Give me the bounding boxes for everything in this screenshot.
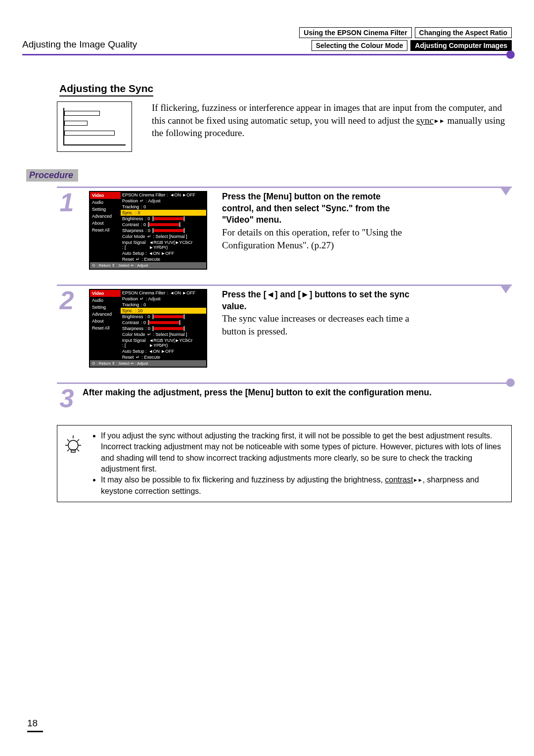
svg-line-8 — [77, 449, 79, 451]
glossary-icon: ▸▸ — [434, 115, 445, 126]
header-rule — [22, 54, 512, 55]
step-1-instruction: Press the [Menu] button on the remote co… — [222, 191, 410, 226]
intro-text: If flickering, fuzziness or interference… — [152, 101, 512, 140]
tip-box: If you adjust the sync without adjusting… — [57, 425, 512, 502]
step-1-number: 1 — [57, 191, 77, 214]
section-title: Adjusting the Sync — [59, 83, 153, 96]
glossary-contrast[interactable]: contrast — [385, 475, 413, 484]
left-arrow-icon: ◄ — [266, 289, 274, 299]
tab-box: Using the EPSON Cinema Filter Changing t… — [299, 27, 512, 51]
tab-aspect-ratio[interactable]: Changing the Aspect Ratio — [415, 27, 512, 38]
tip-bulb-icon — [61, 430, 85, 497]
tab-colour-mode[interactable]: Selecting the Colour Mode — [312, 40, 408, 51]
svg-line-6 — [77, 439, 79, 441]
menu-screenshot-1: Video Audio Setting Advanced About Reset… — [89, 191, 207, 270]
step-2-detail: The sync value increases or decreases ea… — [222, 312, 410, 337]
right-arrow-icon: ► — [301, 289, 309, 299]
step-1: 1 Video Audio Setting Advanced About Res… — [57, 187, 512, 270]
sync-diagram — [57, 101, 132, 152]
svg-line-7 — [67, 449, 69, 451]
menu-screenshot-2: Video Audio Setting Advanced About Reset… — [89, 289, 207, 368]
step-2: 2 Video Audio Setting Advanced About Res… — [57, 284, 512, 368]
tip-2: It may also be possible to fix flickerin… — [101, 474, 504, 497]
glossary-sync[interactable]: sync — [416, 115, 434, 126]
tip-1: If you adjust the sync without adjusting… — [101, 430, 504, 475]
tab-computer-images[interactable]: Adjusting Computer Images — [410, 40, 512, 51]
step-1-detail: For details on this operation, refer to … — [222, 226, 410, 251]
svg-rect-1 — [71, 450, 75, 452]
step-2-instruction: Press the [◄] and [►] buttons to set the… — [222, 289, 410, 312]
svg-line-5 — [67, 439, 69, 441]
glossary-icon: ▸▸ — [413, 475, 422, 484]
step-3-number: 3 — [57, 387, 77, 410]
step-3: 3 After making the adjustment, press the… — [57, 382, 512, 410]
procedure-label: Procedure — [26, 169, 78, 182]
step-2-number: 2 — [57, 289, 77, 312]
step-3-instruction: After making the adjustment, press the [… — [83, 387, 432, 398]
svg-point-0 — [68, 440, 78, 450]
page-number: 18 — [27, 718, 43, 732]
page-title: Adjusting the Image Quality — [22, 39, 137, 51]
tab-cinema-filter[interactable]: Using the EPSON Cinema Filter — [299, 27, 411, 38]
